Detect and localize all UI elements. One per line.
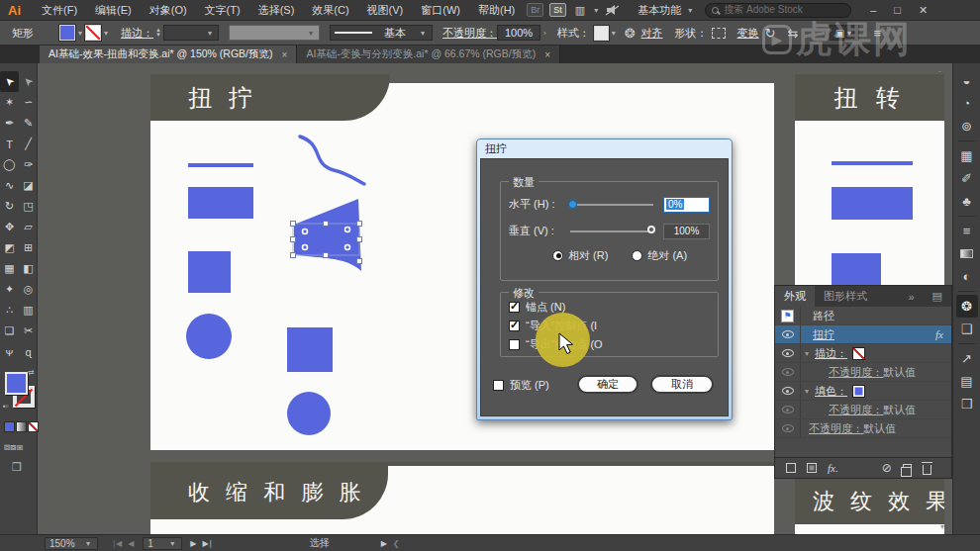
visibility-eye-icon[interactable] (782, 349, 794, 357)
stroke-icon[interactable]: ≡ (956, 220, 978, 242)
collapse-panel-icon[interactable]: ˆ (938, 69, 941, 78)
tab-graphic-styles[interactable]: 图形样式 (815, 286, 876, 307)
expand-chevron-icon[interactable]: ▾ (805, 349, 809, 358)
shape-circle-2[interactable] (287, 392, 331, 435)
visibility-eye-icon[interactable] (782, 368, 794, 376)
brushes-icon[interactable]: ✐ (956, 167, 978, 190)
shape-builder-tool-icon[interactable]: ◩ (0, 237, 19, 258)
chevron-down-icon[interactable]: ▾ (612, 29, 616, 38)
fill-color-swatch[interactable] (59, 25, 75, 41)
gradient-tool-icon[interactable]: ◧ (19, 258, 38, 279)
screen-mode-icon[interactable]: ❒ (12, 461, 22, 474)
type-tool-icon[interactable]: T (0, 134, 19, 154)
ok-button[interactable]: 确定 (577, 375, 638, 394)
search-input[interactable]: 搜索 Adobe Stock (705, 3, 851, 18)
slice-tool-icon[interactable]: ✂ (19, 321, 38, 341)
width-tool-icon[interactable]: ✥ (0, 217, 19, 237)
appearance-row-fill[interactable]: ▾ 填色： (775, 382, 951, 401)
menu-edit[interactable]: 编辑(E) (86, 0, 141, 21)
flip-icon[interactable]: ⇆ (787, 26, 798, 41)
shape-twisted-selected[interactable] (287, 193, 370, 278)
prev-artboard-icon[interactable]: ◀ (128, 539, 134, 548)
duplicate-item-icon[interactable] (903, 464, 912, 472)
preview-checkbox-label[interactable]: 预览 (P) (510, 378, 549, 393)
delete-item-icon[interactable] (923, 465, 931, 475)
anchor-checkbox[interactable] (509, 302, 520, 313)
appearance-row-opacity[interactable]: 不透明度： 默认值 (775, 419, 951, 438)
symbol-sprayer-tool-icon[interactable]: ∴ (0, 300, 19, 321)
color-button[interactable] (4, 421, 15, 432)
mesh-tool-icon[interactable]: ▦ (0, 258, 19, 279)
stock-button[interactable]: St (549, 3, 566, 17)
paintbrush-tool-icon[interactable]: ✑ (19, 154, 38, 175)
stroke-weight-select[interactable]: ▾ (163, 25, 219, 41)
new-stroke-icon[interactable] (786, 463, 796, 473)
broadcast-icon[interactable] (605, 4, 620, 16)
workspace-switcher[interactable]: 基本功能 (637, 3, 681, 18)
panel-menu-icon[interactable]: ▤ (924, 286, 951, 307)
artboard-ripple-title[interactable]: 波 纹 效 果 (795, 479, 944, 524)
visibility-eye-icon[interactable] (782, 330, 794, 338)
hand-tool-icon[interactable]: ᴪ (0, 341, 19, 362)
shape-square-2[interactable] (287, 327, 333, 372)
shape-circle[interactable] (186, 314, 232, 359)
fill-swatch[interactable] (5, 372, 28, 395)
shape-widget-icon[interactable] (712, 28, 726, 39)
cancel-button[interactable]: 取消 (650, 375, 714, 394)
document-setup-icon[interactable]: ❂ (625, 26, 636, 41)
new-effect-icon[interactable]: fx. (828, 462, 838, 474)
graphic-styles-icon[interactable]: ❑ (956, 318, 978, 340)
select-similar-button[interactable]: ▣▾ (830, 25, 859, 41)
stroke-row-label[interactable]: 描边： (815, 346, 847, 361)
artboard-number-select[interactable]: 1 ▾ (143, 537, 182, 550)
document-tab-active[interactable]: AI基础-效果-扭曲和变换.ai* @ 150% (RGB/预览) × (40, 46, 297, 63)
opacity-label[interactable]: 不透明度： (442, 26, 497, 41)
appearance-row-twist-effect[interactable]: 扭拧 fx (775, 325, 951, 344)
menu-effect[interactable]: 效果(C) (303, 0, 357, 21)
color-panel-icon[interactable]: ◒ (956, 69, 978, 92)
layout-icon[interactable]: ▥ (575, 4, 585, 17)
menu-file[interactable]: 文件(F) (33, 0, 86, 21)
pencil-tool-icon[interactable]: ✎ (19, 113, 38, 134)
chevron-right-icon[interactable]: › (543, 29, 546, 38)
vertical-value-input[interactable]: 100% (663, 224, 710, 239)
default-fill-stroke-icon[interactable]: ▪▫ (3, 402, 9, 411)
dialog-title[interactable]: 扭拧 (480, 139, 729, 158)
style-swatch[interactable] (594, 26, 609, 41)
fill-row-label[interactable]: 填色： (815, 384, 847, 399)
stroke-style-select[interactable]: 基本 ▾ (330, 25, 433, 41)
appearance-icon[interactable]: ❂ (956, 295, 978, 318)
tab-appearance[interactable]: 外观 (775, 286, 815, 307)
pen-tool-icon[interactable]: ✒ (0, 113, 19, 134)
magic-wand-tool-icon[interactable]: ✶ (0, 92, 19, 113)
in-control-checkbox[interactable] (509, 321, 520, 331)
align-label[interactable]: 对齐 (641, 26, 663, 41)
brush-definition-select[interactable]: ▾ (229, 25, 320, 41)
out-control-checkbox[interactable] (509, 339, 520, 350)
perspective-grid-tool-icon[interactable]: ⊞ (19, 237, 38, 258)
menu-view[interactable]: 视图(V) (358, 0, 413, 21)
transparency-icon[interactable]: ◐ (956, 265, 978, 288)
color-guide-icon[interactable]: ◔ (956, 92, 978, 115)
absolute-label[interactable]: 绝对 (A) (647, 248, 687, 263)
shape-square[interactable] (188, 251, 231, 293)
maximize-button[interactable]: □ (885, 4, 910, 16)
symbols-icon[interactable]: ♣ (956, 190, 978, 213)
gradient-icon[interactable] (956, 242, 978, 265)
shape-line-turn[interactable] (832, 161, 913, 165)
chevron-down-icon[interactable]: ▾ (104, 29, 108, 38)
selection-tool-icon[interactable]: ➤ (0, 71, 19, 92)
layers-icon[interactable]: ▤ (956, 370, 978, 393)
artboard-turn-title[interactable]: 扭 转 (795, 74, 944, 121)
artboard-pucker-title[interactable]: 收 缩 和 膨 胀 (150, 466, 388, 519)
ellipse-tool-icon[interactable]: ◯ (0, 154, 19, 175)
drawing-modes-icon[interactable]: ⧈⧇⧆ (4, 441, 23, 453)
visibility-eye-icon[interactable] (782, 424, 794, 432)
swap-fill-stroke-icon[interactable]: ⇄ (28, 368, 35, 377)
gradient-button[interactable] (16, 421, 27, 432)
bridge-button[interactable]: Br (527, 3, 543, 17)
artboard-twist-title[interactable]: 扭 拧 (150, 74, 390, 121)
stroke-none-swatch[interactable] (852, 347, 865, 360)
eyedropper-tool-icon[interactable]: ✦ (0, 279, 19, 300)
opacity-link[interactable]: 不透明度： (829, 365, 883, 380)
